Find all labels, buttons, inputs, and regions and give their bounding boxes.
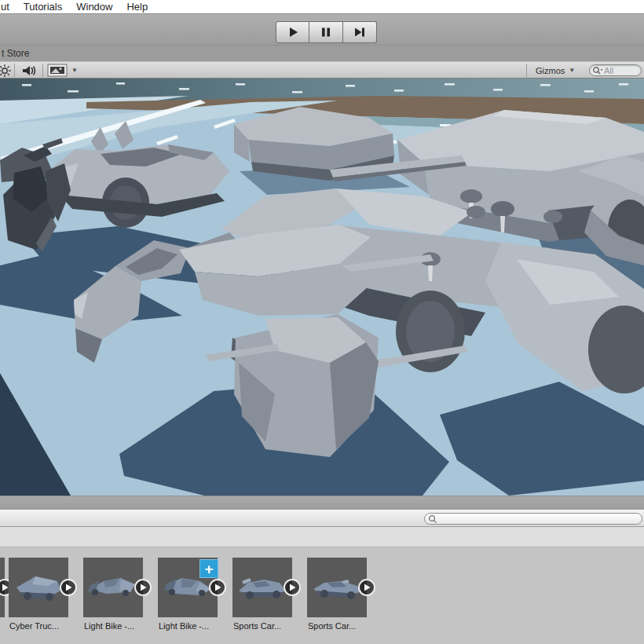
scene-3d-render [0,79,644,496]
step-icon [353,26,366,38]
asset-play-button[interactable] [60,579,77,596]
search-icon [592,66,603,75]
asset-label: Sports Car... [232,621,292,631]
scene-audio-toggle[interactable] [17,63,41,78]
play-icon [140,584,147,591]
asset-label: Sports Car... [307,621,367,631]
list-item[interactable]: Sports Car... [307,558,367,631]
speaker-icon [21,64,37,77]
asset-label: Light Bike -... [158,621,218,631]
pause-icon [320,26,332,38]
pause-button[interactable] [309,21,343,43]
scene-search-input[interactable]: All [589,64,642,76]
panel-splitter[interactable] [0,496,644,510]
breadcrumb-bar [0,527,644,547]
asset-thumbnail [0,558,5,617]
asset-thumbnail [83,558,143,617]
asset-thumbnail [232,558,292,617]
chevron-down-icon: ▼ [569,68,575,74]
list-item[interactable]: Sports Car... [232,558,292,631]
gizmos-dropdown[interactable]: Gizmos ▼ [531,63,580,78]
menu-item-tutorials[interactable]: Tutorials [16,1,69,13]
play-icon [2,584,9,591]
play-icon [364,584,371,591]
play-icon [65,584,72,591]
scene-search-value: All [604,66,613,75]
asset-thumbnail [307,558,367,617]
scene-view-toolbar: ▼ Gizmos ▼ All [0,61,644,79]
tab-asset-store[interactable]: t Store [0,48,29,59]
menu-item-help[interactable]: Help [119,1,155,13]
play-icon [289,584,296,591]
list-item[interactable]: + Light Bike -... [158,558,218,631]
menu-item-cutoff[interactable]: ut [0,1,16,13]
asset-label: Cyber Truc... [9,621,68,631]
project-search-input[interactable] [424,513,642,525]
list-item[interactable]: Light Bike -... [83,558,143,631]
menu-item-window[interactable]: Window [69,1,119,13]
play-icon [287,26,299,38]
asset-play-button[interactable] [209,579,226,596]
add-asset-badge: + [199,559,218,578]
asset-label: Light Bike -... [83,621,143,631]
image-icon [47,64,68,77]
toolbar-separator [14,64,15,77]
unity-editor-window: ut Tutorials Window Help [0,0,644,644]
asset-thumbnail [9,558,68,617]
chevron-down-icon: ▼ [71,68,78,74]
main-toolbar [0,13,644,45]
play-button[interactable] [276,21,309,43]
sun-icon [0,64,12,78]
asset-thumbnail: + [158,558,218,617]
gizmos-label: Gizmos [536,66,565,75]
scene-effects-button[interactable] [46,63,69,78]
search-icon [428,514,438,524]
asset-play-button[interactable] [284,579,301,596]
project-toolbar [0,510,644,527]
effects-dropdown-button[interactable]: ▼ [69,63,80,78]
scene-viewport[interactable] [0,79,644,496]
toolbar-separator [42,64,43,77]
list-item[interactable] [0,558,5,617]
menu-bar: ut Tutorials Window Help [0,0,644,13]
tab-strip: t Store [0,45,644,61]
play-icon [214,584,221,591]
asset-grid: Cyber Truc... Light Bike -. [0,547,644,644]
asset-play-button[interactable] [134,579,152,596]
scene-lighting-toggle[interactable] [0,63,13,78]
step-button[interactable] [343,21,377,43]
asset-play-button[interactable] [358,579,375,596]
list-item[interactable]: Cyber Truc... [9,558,68,631]
playback-controls [276,21,377,43]
toolbar-separator [526,64,527,77]
